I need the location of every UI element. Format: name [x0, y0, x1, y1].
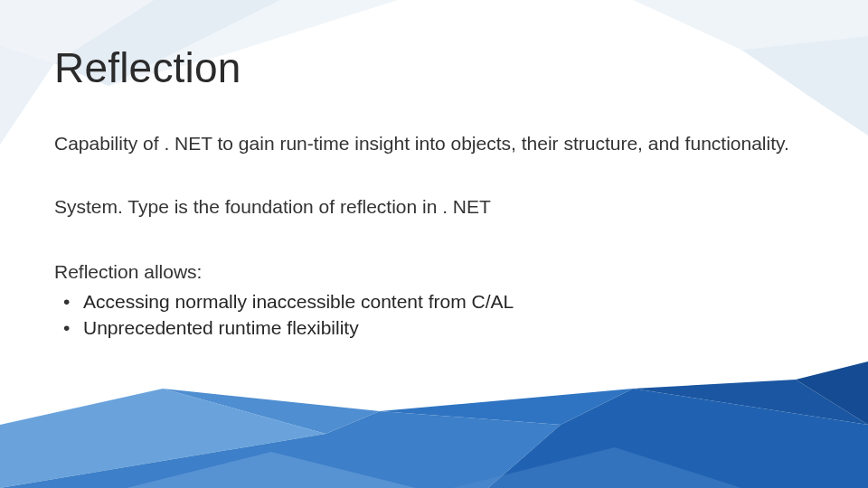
slide-content: Reflection Capability of . NET to gain r… [0, 0, 868, 342]
list-item: Accessing normally inaccessible content … [80, 288, 814, 314]
list-item: Unprecedented runtime flexibility [80, 314, 814, 341]
paragraph-allows-head: Reflection allows: [54, 259, 814, 285]
bullet-list: Accessing normally inaccessible content … [54, 288, 814, 342]
slide-title: Reflection [54, 43, 814, 92]
paragraph-capability: Capability of . NET to gain run-time ins… [54, 132, 814, 155]
slide-body: Capability of . NET to gain run-time ins… [54, 132, 814, 342]
slide: Reflection Capability of . NET to gain r… [0, 0, 868, 488]
paragraph-systemtype: System. Type is the foundation of reflec… [54, 195, 814, 219]
